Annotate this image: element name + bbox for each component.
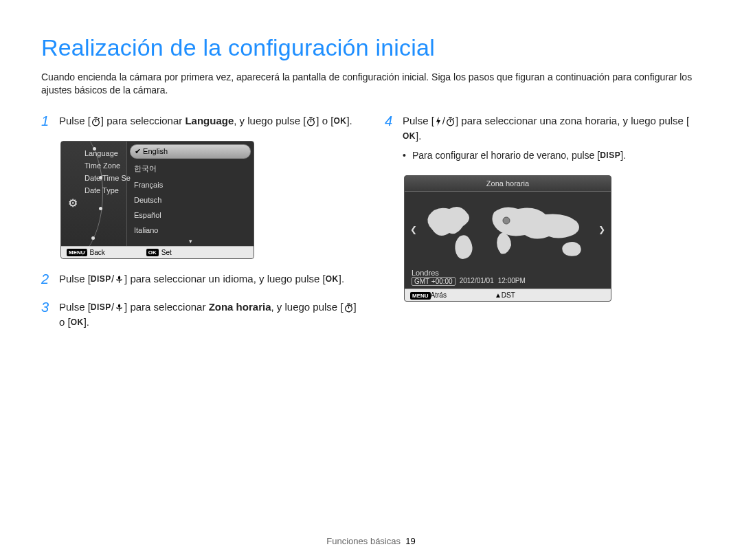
- timezone-city: Londres: [405, 267, 611, 277]
- ok-icon: OK: [403, 130, 416, 142]
- step-body: Pulse [DISP/] para seleccionar Zona hora…: [59, 300, 357, 331]
- step-3: 3 Pulse [DISP/] para seleccionar Zona ho…: [41, 300, 357, 331]
- chevron-left-icon: ❮: [410, 225, 417, 234]
- step-4: 4 Pulse [/] para seleccionar una zona ho…: [385, 113, 701, 163]
- step-sub: Para configurar el horario de verano, pu…: [403, 148, 701, 163]
- timezone-title: Zona horaria: [405, 176, 611, 192]
- flash-icon: [434, 116, 442, 126]
- step-1: 1 Pulse [] para seleccionar Language, y …: [41, 113, 357, 129]
- step-2: 2 Pulse [DISP/] para seleccionar un idio…: [41, 271, 357, 287]
- macro-icon: [114, 274, 124, 284]
- disp-icon: DISP: [91, 273, 111, 285]
- timezone-gmt: GMT +00:00: [412, 277, 456, 286]
- timer-icon: [445, 116, 456, 126]
- timezone-screen: Zona horaria ❮ ❯ L: [404, 175, 611, 302]
- svg-rect-2: [119, 280, 120, 284]
- svg-point-6: [503, 217, 510, 224]
- ok-icon: OK: [333, 115, 346, 127]
- timer-icon: [91, 116, 101, 126]
- macro-icon: [114, 302, 124, 313]
- language-option: Deutsch: [127, 192, 254, 208]
- ok-icon: OK: [146, 249, 159, 256]
- world-map-icon: [418, 195, 597, 264]
- step-number: 4: [385, 113, 396, 163]
- language-option: 한국어: [127, 160, 254, 177]
- up-triangle-icon: ▲: [495, 291, 502, 299]
- language-screen: ⚙ Language Time Zone Date/Time Se Date T…: [60, 141, 254, 259]
- ok-icon: OK: [326, 273, 339, 285]
- svg-rect-3: [119, 308, 120, 311]
- step-number: 3: [41, 300, 52, 331]
- disp-icon: DISP: [600, 149, 620, 161]
- step-body: Pulse [DISP/] para seleccionar un idioma…: [59, 271, 344, 287]
- language-option: Français: [127, 177, 254, 192]
- timezone-date: 2012/01/01: [460, 277, 494, 286]
- content-columns: 1 Pulse [] para seleccionar Language, y …: [41, 113, 701, 343]
- column-left: 1 Pulse [] para seleccionar Language, y …: [41, 113, 357, 343]
- disp-icon: DISP: [91, 301, 111, 313]
- step-body: Pulse [] para seleccionar Language, y lu…: [59, 113, 352, 129]
- ok-icon: OK: [71, 316, 84, 328]
- column-right: 4 Pulse [/] para seleccionar una zona ho…: [385, 113, 701, 343]
- step-number: 1: [41, 113, 52, 129]
- page-footer: Funciones básicas 19: [0, 536, 742, 546]
- page-title: Realización de la configuración inicial: [41, 34, 701, 61]
- timer-icon: [344, 302, 354, 313]
- gear-icon: ⚙: [68, 197, 78, 210]
- timezone-time: 12:00PM: [498, 277, 526, 286]
- step-body: Pulse [/] para seleccionar una zona hora…: [403, 113, 701, 163]
- language-selected: ✔ English: [130, 144, 251, 159]
- manual-page: Realización de la configuración inicial …: [0, 0, 742, 560]
- chevron-right-icon: ❯: [598, 225, 605, 234]
- step-number: 2: [41, 271, 52, 287]
- menu-icon: MENU: [410, 292, 431, 300]
- intro-text: Cuando encienda la cámara por primera ve…: [41, 71, 701, 97]
- language-option: Español: [127, 208, 254, 223]
- language-option: Italiano: [127, 223, 254, 238]
- timer-icon: [306, 116, 316, 126]
